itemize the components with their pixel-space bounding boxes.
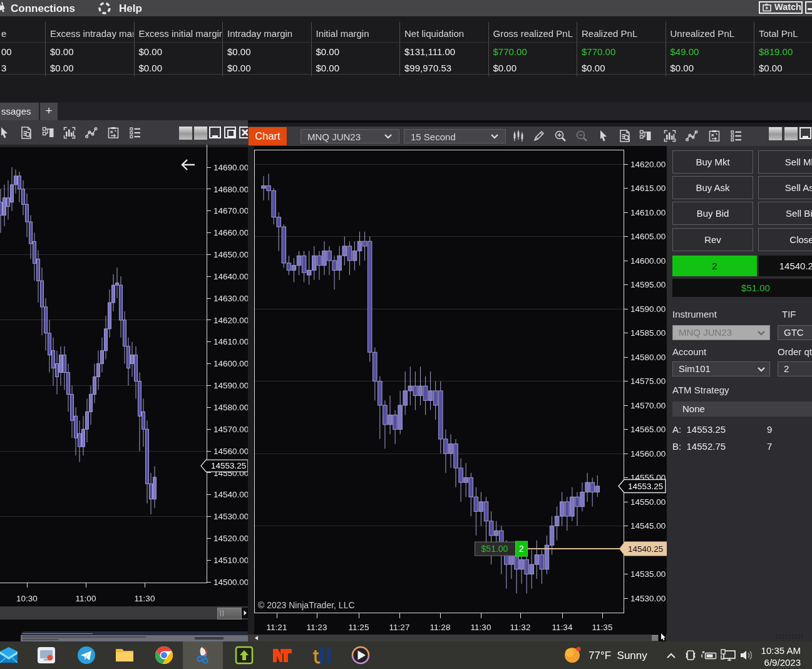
svg-text:14620.00: 14620.00 [630, 160, 666, 169]
svg-text:14535.00: 14535.00 [630, 569, 666, 579]
svg-text:11:32: 11:32 [510, 623, 531, 632]
svg-text:14553.25: 14553.25 [211, 461, 246, 470]
svg-text:14560.00: 14560.00 [213, 447, 248, 456]
svg-text:14660.00: 14660.00 [213, 228, 248, 237]
svg-text:14580.00: 14580.00 [213, 403, 248, 412]
svg-text:11:30: 11:30 [471, 623, 491, 632]
svg-text:14585.00: 14585.00 [630, 328, 666, 338]
svg-text:14640.00: 14640.00 [213, 272, 248, 281]
svg-text:14590.00: 14590.00 [630, 304, 666, 314]
svg-text:14600.00: 14600.00 [630, 256, 666, 266]
svg-text:14650.00: 14650.00 [213, 250, 248, 259]
svg-text:11:21: 11:21 [267, 623, 287, 632]
svg-text:14630.00: 14630.00 [213, 294, 248, 303]
svg-text:14570.00: 14570.00 [630, 401, 666, 410]
svg-text:11:23: 11:23 [307, 623, 327, 632]
svg-text:11:28: 11:28 [430, 623, 451, 632]
svg-text:11:35: 11:35 [592, 623, 613, 632]
svg-text:14610.00: 14610.00 [630, 208, 666, 217]
svg-text:14560.00: 14560.00 [630, 449, 666, 459]
svg-text:14680.00: 14680.00 [213, 185, 248, 194]
svg-text:$51.00: $51.00 [481, 544, 508, 554]
svg-text:14530.00: 14530.00 [630, 594, 666, 603]
svg-text:14540.25: 14540.25 [628, 544, 663, 554]
svg-text:14545.00: 14545.00 [630, 521, 666, 531]
svg-text:© 2023 NinjaTrader, LLC: © 2023 NinjaTrader, LLC [258, 600, 355, 610]
svg-text:14670.00: 14670.00 [213, 206, 248, 215]
svg-text:14620.00: 14620.00 [213, 316, 248, 325]
svg-text:14553.25: 14553.25 [628, 482, 663, 491]
svg-text:14690.00: 14690.00 [213, 163, 248, 172]
svg-text:14540.00: 14540.00 [213, 490, 248, 499]
svg-text:14615.00: 14615.00 [630, 184, 666, 193]
svg-text:14600.00: 14600.00 [213, 359, 248, 368]
svg-text:14595.00: 14595.00 [630, 280, 666, 289]
svg-text:14610.00: 14610.00 [213, 337, 248, 346]
svg-text:14570.00: 14570.00 [213, 425, 248, 434]
svg-text:14605.00: 14605.00 [630, 232, 666, 241]
svg-text:11:25: 11:25 [349, 623, 369, 632]
svg-text:10:30: 10:30 [16, 594, 38, 603]
svg-text:14520.00: 14520.00 [213, 534, 248, 543]
svg-text:11:27: 11:27 [389, 623, 410, 632]
svg-text:11:00: 11:00 [76, 594, 96, 603]
svg-text:14550.00: 14550.00 [630, 497, 666, 507]
svg-text:14500.00: 14500.00 [213, 578, 248, 587]
svg-text:14565.00: 14565.00 [630, 425, 666, 434]
svg-text:11:30: 11:30 [135, 594, 155, 603]
svg-text:11:34: 11:34 [552, 623, 573, 632]
svg-text:14575.00: 14575.00 [630, 376, 666, 386]
svg-text:14510.00: 14510.00 [213, 556, 248, 565]
svg-text:14580.00: 14580.00 [630, 353, 666, 362]
svg-text:14590.00: 14590.00 [213, 381, 248, 390]
svg-text:14530.00: 14530.00 [213, 512, 248, 521]
svg-text:2: 2 [519, 544, 524, 554]
